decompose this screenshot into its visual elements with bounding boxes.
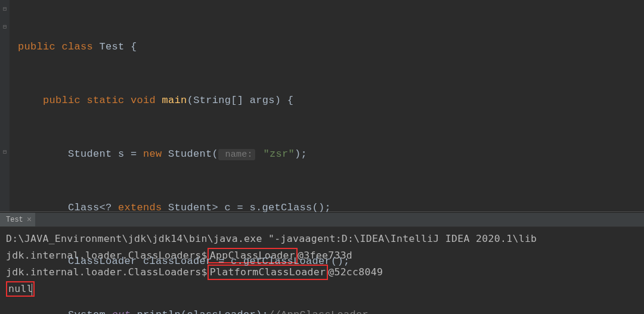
param-hint: name: [218, 149, 255, 160]
fold-icon[interactable]: ⊟ [0, 0, 10, 18]
fold-icon[interactable]: ⊟ [0, 18, 10, 36]
code-area[interactable]: public class Test { public static void m… [0, 0, 644, 314]
code-line: public class Test { [18, 38, 644, 56]
code-line: public static void main(String[] args) { [18, 92, 644, 110]
code-line: Student s = new Student( name: "zsr"); [18, 145, 644, 163]
code-editor[interactable]: ⊟ ⊟ ⊟ public class Test { public static … [0, 0, 644, 212]
code-line: ClassLoader classLoader = c.getClassLoad… [18, 253, 644, 271]
editor-gutter: ⊟ ⊟ ⊟ [0, 0, 10, 212]
fold-icon[interactable]: ⊟ [0, 143, 10, 161]
code-line: Class<? extends Student> c = s.getClass(… [18, 199, 644, 217]
code-line: System.out.println(classLoader);//AppCla… [18, 306, 644, 314]
